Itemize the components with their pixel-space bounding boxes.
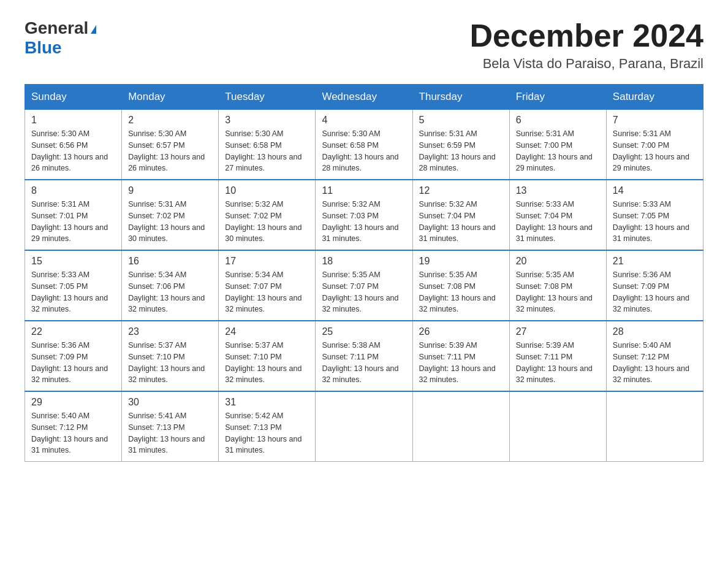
calendar-cell: 8Sunrise: 5:31 AMSunset: 7:01 PMDaylight…: [25, 180, 122, 250]
day-info: Sunrise: 5:33 AMSunset: 7:05 PMDaylight:…: [613, 199, 697, 245]
calendar-cell: 22Sunrise: 5:36 AMSunset: 7:09 PMDayligh…: [25, 321, 122, 391]
calendar-cell: 19Sunrise: 5:35 AMSunset: 7:08 PMDayligh…: [412, 250, 509, 321]
day-info: Sunrise: 5:30 AMSunset: 6:56 PMDaylight:…: [31, 128, 115, 174]
day-info: Sunrise: 5:42 AMSunset: 7:13 PMDaylight:…: [225, 410, 309, 456]
day-info: Sunrise: 5:32 AMSunset: 7:03 PMDaylight:…: [322, 199, 406, 245]
day-number: 15: [31, 256, 115, 267]
calendar-header-saturday: Saturday: [606, 85, 703, 110]
page-header: General Blue December 2024 Bela Vista do…: [25, 18, 703, 72]
calendar-cell: 31Sunrise: 5:42 AMSunset: 7:13 PMDayligh…: [219, 391, 316, 462]
day-info: Sunrise: 5:31 AMSunset: 7:00 PMDaylight:…: [613, 128, 697, 174]
day-info: Sunrise: 5:32 AMSunset: 7:04 PMDaylight:…: [419, 199, 503, 245]
logo-blue-text: Blue: [25, 38, 62, 58]
day-info: Sunrise: 5:33 AMSunset: 7:04 PMDaylight:…: [516, 199, 600, 245]
calendar-cell: 5Sunrise: 5:31 AMSunset: 6:59 PMDaylight…: [412, 110, 509, 180]
day-number: 7: [613, 115, 697, 126]
day-info: Sunrise: 5:36 AMSunset: 7:09 PMDaylight:…: [31, 340, 115, 386]
calendar-table: SundayMondayTuesdayWednesdayThursdayFrid…: [25, 84, 703, 462]
day-number: 3: [225, 115, 309, 126]
day-info: Sunrise: 5:31 AMSunset: 6:59 PMDaylight:…: [419, 128, 503, 174]
day-info: Sunrise: 5:34 AMSunset: 7:07 PMDaylight:…: [225, 269, 309, 315]
day-number: 16: [128, 256, 212, 267]
day-info: Sunrise: 5:38 AMSunset: 7:11 PMDaylight:…: [322, 340, 406, 386]
day-number: 20: [516, 256, 600, 267]
calendar-cell: 2Sunrise: 5:30 AMSunset: 6:57 PMDaylight…: [122, 110, 219, 180]
calendar-cell: [509, 391, 606, 462]
day-number: 18: [322, 256, 406, 267]
month-year-title: December 2024: [469, 18, 703, 53]
day-number: 23: [128, 326, 212, 337]
day-number: 9: [128, 185, 212, 196]
day-info: Sunrise: 5:31 AMSunset: 7:02 PMDaylight:…: [128, 199, 212, 245]
calendar-cell: 11Sunrise: 5:32 AMSunset: 7:03 PMDayligh…: [316, 180, 412, 250]
calendar-cell: 14Sunrise: 5:33 AMSunset: 7:05 PMDayligh…: [606, 180, 703, 250]
day-number: 25: [322, 326, 406, 337]
calendar-cell: 25Sunrise: 5:38 AMSunset: 7:11 PMDayligh…: [316, 321, 412, 391]
day-info: Sunrise: 5:35 AMSunset: 7:08 PMDaylight:…: [516, 269, 600, 315]
day-number: 29: [31, 397, 115, 408]
day-number: 10: [225, 185, 309, 196]
day-info: Sunrise: 5:39 AMSunset: 7:11 PMDaylight:…: [419, 340, 503, 386]
day-info: Sunrise: 5:30 AMSunset: 6:58 PMDaylight:…: [225, 128, 309, 174]
day-info: Sunrise: 5:40 AMSunset: 7:12 PMDaylight:…: [31, 410, 115, 456]
day-number: 12: [419, 185, 503, 196]
day-info: Sunrise: 5:31 AMSunset: 7:01 PMDaylight:…: [31, 199, 115, 245]
calendar-cell: 30Sunrise: 5:41 AMSunset: 7:13 PMDayligh…: [122, 391, 219, 462]
calendar-cell: 24Sunrise: 5:37 AMSunset: 7:10 PMDayligh…: [219, 321, 316, 391]
title-block: December 2024 Bela Vista do Paraiso, Par…: [469, 18, 703, 72]
logo-arrow-icon: [91, 25, 96, 34]
day-number: 13: [516, 185, 600, 196]
calendar-cell: [606, 391, 703, 462]
day-info: Sunrise: 5:32 AMSunset: 7:02 PMDaylight:…: [225, 199, 309, 245]
day-number: 27: [516, 326, 600, 337]
day-number: 30: [128, 397, 212, 408]
day-number: 5: [419, 115, 503, 126]
day-info: Sunrise: 5:33 AMSunset: 7:05 PMDaylight:…: [31, 269, 115, 315]
day-info: Sunrise: 5:30 AMSunset: 6:57 PMDaylight:…: [128, 128, 212, 174]
calendar-cell: 6Sunrise: 5:31 AMSunset: 7:00 PMDaylight…: [509, 110, 606, 180]
calendar-header-sunday: Sunday: [25, 85, 122, 110]
calendar-cell: 20Sunrise: 5:35 AMSunset: 7:08 PMDayligh…: [509, 250, 606, 321]
calendar-week-row: 15Sunrise: 5:33 AMSunset: 7:05 PMDayligh…: [25, 250, 703, 321]
calendar-cell: 1Sunrise: 5:30 AMSunset: 6:56 PMDaylight…: [25, 110, 122, 180]
calendar-cell: 13Sunrise: 5:33 AMSunset: 7:04 PMDayligh…: [509, 180, 606, 250]
calendar-cell: 12Sunrise: 5:32 AMSunset: 7:04 PMDayligh…: [412, 180, 509, 250]
day-number: 28: [613, 326, 697, 337]
calendar-header-row: SundayMondayTuesdayWednesdayThursdayFrid…: [25, 85, 703, 110]
day-info: Sunrise: 5:37 AMSunset: 7:10 PMDaylight:…: [225, 340, 309, 386]
day-number: 21: [613, 256, 697, 267]
calendar-cell: 26Sunrise: 5:39 AMSunset: 7:11 PMDayligh…: [412, 321, 509, 391]
calendar-cell: 28Sunrise: 5:40 AMSunset: 7:12 PMDayligh…: [606, 321, 703, 391]
day-number: 8: [31, 185, 115, 196]
day-number: 31: [225, 397, 309, 408]
day-number: 14: [613, 185, 697, 196]
calendar-cell: 4Sunrise: 5:30 AMSunset: 6:58 PMDaylight…: [316, 110, 412, 180]
day-number: 4: [322, 115, 406, 126]
calendar-cell: 10Sunrise: 5:32 AMSunset: 7:02 PMDayligh…: [219, 180, 316, 250]
calendar-week-row: 22Sunrise: 5:36 AMSunset: 7:09 PMDayligh…: [25, 321, 703, 391]
logo: General Blue: [25, 18, 96, 58]
calendar-week-row: 29Sunrise: 5:40 AMSunset: 7:12 PMDayligh…: [25, 391, 703, 462]
day-info: Sunrise: 5:41 AMSunset: 7:13 PMDaylight:…: [128, 410, 212, 456]
day-number: 6: [516, 115, 600, 126]
day-info: Sunrise: 5:37 AMSunset: 7:10 PMDaylight:…: [128, 340, 212, 386]
day-number: 19: [419, 256, 503, 267]
day-number: 22: [31, 326, 115, 337]
day-info: Sunrise: 5:35 AMSunset: 7:07 PMDaylight:…: [322, 269, 406, 315]
day-info: Sunrise: 5:35 AMSunset: 7:08 PMDaylight:…: [419, 269, 503, 315]
day-info: Sunrise: 5:39 AMSunset: 7:11 PMDaylight:…: [516, 340, 600, 386]
day-number: 24: [225, 326, 309, 337]
calendar-cell: 7Sunrise: 5:31 AMSunset: 7:00 PMDaylight…: [606, 110, 703, 180]
calendar-header-tuesday: Tuesday: [219, 85, 316, 110]
location-subtitle: Bela Vista do Paraiso, Parana, Brazil: [469, 56, 703, 72]
day-number: 11: [322, 185, 406, 196]
day-info: Sunrise: 5:31 AMSunset: 7:00 PMDaylight:…: [516, 128, 600, 174]
calendar-header-thursday: Thursday: [412, 85, 509, 110]
day-number: 26: [419, 326, 503, 337]
calendar-header-monday: Monday: [122, 85, 219, 110]
calendar-week-row: 8Sunrise: 5:31 AMSunset: 7:01 PMDaylight…: [25, 180, 703, 250]
calendar-cell: [412, 391, 509, 462]
calendar-cell: 21Sunrise: 5:36 AMSunset: 7:09 PMDayligh…: [606, 250, 703, 321]
day-number: 2: [128, 115, 212, 126]
calendar-cell: 29Sunrise: 5:40 AMSunset: 7:12 PMDayligh…: [25, 391, 122, 462]
